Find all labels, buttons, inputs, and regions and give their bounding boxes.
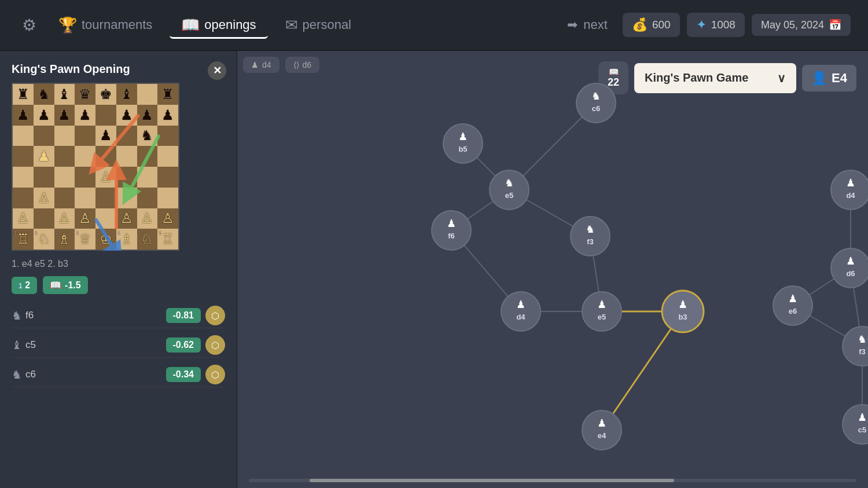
move-book-score: 📖 -1.5 bbox=[43, 276, 88, 294]
chess-cell-1-3: ♟ bbox=[75, 105, 95, 126]
stars-display: ✦ 1008 bbox=[687, 13, 745, 37]
svg-point-26 bbox=[490, 170, 529, 210]
chess-cell-6-5: ♙ bbox=[116, 208, 137, 229]
chess-cell-1-5: ♟ bbox=[116, 105, 137, 126]
move-graph-btn-c5[interactable]: ⬡ bbox=[205, 335, 225, 355]
chess-cell-3-4 bbox=[95, 146, 116, 167]
move-graph-btn-f6[interactable]: ⬡ bbox=[205, 306, 225, 325]
chess-cell-0-2: ♝ bbox=[54, 84, 75, 105]
chess-cell-2-2 bbox=[54, 126, 75, 146]
svg-text:d4: d4 bbox=[516, 313, 525, 321]
chess-cell-6-6: ♙ bbox=[137, 208, 158, 229]
move-number: 1 2 bbox=[12, 277, 37, 294]
svg-text:♞: ♞ bbox=[591, 90, 601, 102]
chess-cell-3-6 bbox=[137, 146, 158, 167]
svg-point-38 bbox=[582, 292, 621, 331]
coin-icon: 💰 bbox=[632, 17, 648, 32]
chess-cell-5-0 bbox=[13, 188, 34, 208]
chess-cell-2-3 bbox=[75, 126, 95, 146]
svg-text:♟: ♟ bbox=[846, 177, 855, 189]
node-b3-active[interactable]: ♟ b3 bbox=[662, 291, 704, 332]
svg-text:e4: e4 bbox=[598, 431, 606, 440]
node-d4-main[interactable]: ♟ d4 bbox=[501, 292, 540, 331]
tournaments-nav-item[interactable]: 🏆 tournaments bbox=[47, 12, 164, 39]
move-name-c6: c6 bbox=[25, 369, 166, 380]
graph-scrollbar-thumb bbox=[310, 479, 674, 482]
svg-point-20 bbox=[443, 124, 483, 163]
svg-point-35 bbox=[501, 292, 540, 331]
svg-text:c5: c5 bbox=[858, 425, 866, 434]
chess-cell-3-3 bbox=[75, 146, 95, 167]
openings-nav-item[interactable]: 📖 openings bbox=[170, 12, 267, 39]
chess-cell-6-2: ♙ bbox=[54, 208, 75, 229]
chess-cell-1-0: ♟ bbox=[13, 105, 34, 126]
node-f3-upper[interactable]: ♞ f3 bbox=[571, 217, 610, 256]
move-score-c6: -0.34 bbox=[166, 367, 201, 382]
openings-label: openings bbox=[204, 17, 256, 32]
node-d6-right[interactable]: ♟ d6 bbox=[831, 248, 868, 288]
node-d4-right[interactable]: ♟ d4 bbox=[831, 170, 868, 210]
move-graph-btn-c6[interactable]: ⬡ bbox=[205, 365, 225, 384]
svg-text:b3: b3 bbox=[678, 313, 687, 321]
chess-cell-4-1 bbox=[34, 167, 54, 188]
svg-point-53 bbox=[773, 286, 812, 325]
chess-cell-7-2: ♗1 bbox=[54, 229, 75, 249]
chess-cell-2-4: ♟ bbox=[95, 126, 116, 146]
svg-text:♞: ♞ bbox=[505, 177, 514, 189]
node-f3-right[interactable]: ♞ f3 bbox=[843, 326, 868, 366]
move-stats: 1 2 📖 -1.5 bbox=[12, 276, 225, 294]
chess-cell-1-2: ♟ bbox=[54, 105, 75, 126]
svg-text:♟: ♟ bbox=[846, 255, 855, 267]
star-icon: ✦ bbox=[696, 17, 707, 32]
piece-icon-f6: ♞ bbox=[12, 309, 22, 322]
graph-scrollbar[interactable] bbox=[249, 479, 856, 482]
chess-cell-1-1: ♟ bbox=[34, 105, 54, 126]
svg-text:e5: e5 bbox=[598, 313, 606, 321]
chess-cell-4-4: ♙ bbox=[95, 167, 116, 188]
trophy-icon: 🏆 bbox=[58, 16, 77, 34]
node-e6-right[interactable]: ♟ e6 bbox=[773, 286, 812, 325]
node-c6-top[interactable]: ♞ c6 bbox=[576, 83, 616, 123]
svg-text:♟: ♟ bbox=[597, 417, 606, 429]
svg-text:♟: ♟ bbox=[788, 293, 797, 304]
move-row-f6[interactable]: ♞ f6 -0.81 ⬡ bbox=[12, 303, 225, 328]
chess-cell-1-6: ♟ bbox=[137, 105, 158, 126]
chess-cell-3-7 bbox=[157, 146, 178, 167]
svg-text:♟: ♟ bbox=[447, 218, 456, 229]
next-button[interactable]: ➡ next bbox=[558, 13, 617, 37]
node-f6-left[interactable]: ♟ f6 bbox=[432, 211, 471, 250]
next-label: next bbox=[583, 17, 608, 32]
node-e5-main[interactable]: ♟ e5 bbox=[582, 292, 621, 331]
date-value: May 05, 2024 bbox=[761, 19, 824, 31]
node-c5-right[interactable]: ♟ c5 bbox=[843, 405, 868, 444]
book-icon: 📖 bbox=[181, 16, 200, 34]
svg-text:b5: b5 bbox=[458, 145, 467, 153]
svg-text:♟: ♟ bbox=[516, 299, 525, 310]
chess-cell-6-0: ♙ bbox=[13, 208, 34, 229]
side-panel: King's Pawn Opening ✕ ♜♞♝♛♚♝♜♟♟♟♟♟♟♟♟♞♟♙… bbox=[0, 51, 237, 488]
chess-cell-5-3 bbox=[75, 188, 95, 208]
chess-cell-5-6 bbox=[137, 188, 158, 208]
tournaments-label: tournaments bbox=[82, 17, 152, 32]
chess-cell-7-5: ♗1 bbox=[116, 229, 137, 249]
move-row-c5[interactable]: ♝ c5 -0.62 ⬡ bbox=[12, 333, 225, 358]
personal-nav-item[interactable]: ✉ personal bbox=[274, 12, 363, 39]
date-display[interactable]: May 05, 2024 📅 bbox=[752, 14, 851, 36]
node-e5-upper[interactable]: ♞ e5 bbox=[490, 170, 529, 210]
svg-text:f3: f3 bbox=[587, 237, 594, 246]
svg-text:♞: ♞ bbox=[586, 223, 595, 235]
svg-point-41 bbox=[662, 291, 704, 332]
svg-text:c6: c6 bbox=[592, 104, 600, 113]
node-b5[interactable]: ♟ b5 bbox=[443, 124, 483, 163]
move-row-c6[interactable]: ♞ c6 -0.34 ⬡ bbox=[12, 362, 225, 387]
svg-text:f6: f6 bbox=[448, 232, 455, 240]
node-e4-bottom[interactable]: ♟ e4 bbox=[582, 410, 621, 450]
chess-cell-0-6 bbox=[137, 84, 158, 105]
close-button[interactable]: ✕ bbox=[208, 61, 226, 80]
chess-cell-5-7 bbox=[157, 188, 178, 208]
chess-cell-2-1 bbox=[34, 126, 54, 146]
svg-text:♞: ♞ bbox=[858, 333, 867, 345]
chess-cell-5-5 bbox=[116, 188, 137, 208]
chess-board-container: ♜♞♝♛♚♝♜♟♟♟♟♟♟♟♟♞♟♙♙♙♙♙♙♙♙♖1♘1♗1♕1♔1♗1♘1♖… bbox=[12, 83, 179, 251]
settings-button[interactable]: ⚙ bbox=[17, 11, 41, 39]
